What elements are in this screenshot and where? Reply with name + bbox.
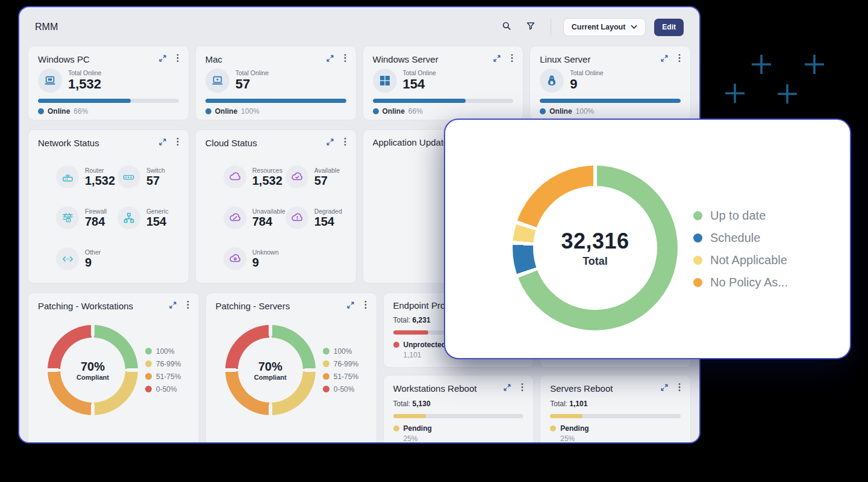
card-mac: Mac Total Online 57	[195, 46, 357, 120]
online-percent: 66%	[73, 107, 88, 116]
cloud-dot-icon	[223, 247, 246, 270]
network-item-label: Generic	[146, 208, 169, 215]
kebab-menu-icon[interactable]	[511, 54, 513, 65]
filter-icon	[526, 21, 535, 33]
filter-button[interactable]	[523, 19, 539, 35]
cloud-item-label: Resources	[252, 167, 283, 174]
total-value: 6,231	[413, 316, 431, 324]
pending-status: Pending	[393, 424, 524, 433]
compliance-legend: 100% 76-99% 51-75% 0-50%	[323, 347, 358, 394]
compliance-donut-area: 70% Compliant 100% 76-99% 51-75% 0-50%	[38, 325, 189, 415]
header-divider	[551, 19, 551, 36]
metric-value: 57	[236, 76, 269, 91]
card-head: Linux Server	[540, 54, 681, 65]
total-label: Total	[582, 255, 608, 268]
kebab-menu-icon[interactable]	[521, 383, 523, 394]
cloud-item-value: 154	[314, 215, 342, 229]
kebab-menu-icon[interactable]	[678, 54, 681, 65]
network-item-label: Router	[85, 167, 115, 174]
card-title: Patching - Servers	[216, 301, 346, 311]
switch-icon	[117, 165, 140, 188]
total-count: 32,316	[561, 229, 629, 254]
card-head: Windows PC	[38, 54, 179, 65]
search-button[interactable]	[499, 19, 514, 35]
plus-decoration	[724, 82, 746, 104]
network-item-label: Other	[85, 249, 101, 256]
compliance-label: Compliant	[76, 374, 109, 381]
kebab-menu-icon[interactable]	[176, 137, 179, 149]
pending-progress-bar	[550, 414, 681, 418]
cloud-item-text: Unknown 9	[252, 249, 279, 270]
layout-dropdown[interactable]: Current Layout	[563, 18, 646, 36]
card-servers-reboot: Servers Reboot Total: 1,101 Pending 25%	[540, 375, 691, 443]
expand-icon[interactable]	[503, 383, 511, 394]
metric-value: 9	[570, 76, 603, 91]
legend-item: 76-99%	[323, 360, 358, 368]
expand-icon[interactable]	[493, 54, 501, 65]
metric-text: Total Online 9	[570, 69, 603, 91]
kebab-menu-icon[interactable]	[187, 300, 189, 312]
header-controls: Current Layout Edit	[499, 18, 684, 36]
kebab-menu-icon[interactable]	[344, 137, 346, 149]
card-patching-workstations: Patching - Workstations 70% Compliant	[28, 292, 199, 443]
online-percent: 66%	[408, 107, 423, 116]
dashboard-header: RMM Current Layout Edit	[19, 7, 699, 42]
legend-item-schedule: Schedule	[693, 231, 788, 245]
network-item-label: Firewall	[85, 208, 107, 215]
network-item-firewall: Firewall 784	[56, 206, 117, 229]
card-head: Workstations Reboot	[393, 383, 524, 394]
cloud-item-available: Available 57	[286, 165, 346, 188]
mac-laptop-icon	[205, 69, 229, 93]
card-head: Patching - Workstations	[38, 300, 189, 312]
expand-icon[interactable]	[326, 54, 334, 65]
pending-status: Pending	[550, 424, 681, 433]
legend-item: 76-99%	[145, 360, 181, 368]
windows-logo-icon	[373, 69, 397, 93]
total-row: Total: 5,130	[393, 400, 524, 408]
network-item-value: 1,532	[85, 174, 115, 188]
kebab-menu-icon[interactable]	[364, 300, 367, 312]
cloud-item-unknown: Unknown 9	[223, 247, 286, 270]
expand-icon[interactable]	[326, 138, 334, 149]
card-actions	[346, 300, 367, 312]
pending-dot	[550, 425, 556, 431]
card-title: Workstations Reboot	[393, 383, 504, 394]
patch-status-legend: Up to date Schedule Not Applicable No Po…	[693, 209, 788, 289]
card-head: Cloud Status	[205, 137, 346, 149]
pending-percent: 25%	[404, 434, 524, 443]
expand-icon[interactable]	[169, 301, 177, 312]
cloud-item-value: 784	[252, 215, 286, 229]
cloud-item-label: Degraded	[314, 208, 342, 215]
desktop-background: { "colors": { "window_border": "#3f4cc2"…	[0, 0, 868, 482]
compliance-donut-chart: 70% Compliant	[225, 325, 316, 415]
cloud-item-value: 9	[252, 256, 279, 270]
network-item-generic: Generic 154	[117, 206, 179, 229]
online-percent: 100%	[576, 107, 595, 116]
cloud-item-value: 1,532	[252, 174, 283, 188]
pending-dot	[393, 425, 399, 431]
donut-center: 70% Compliant	[48, 325, 138, 415]
total-value: 5,130	[413, 400, 431, 408]
expand-icon[interactable]	[158, 54, 167, 65]
metric: Total Online 57	[205, 69, 346, 93]
compliance-percent: 70%	[81, 360, 105, 374]
card-title: Windows PC	[38, 54, 158, 64]
expand-icon[interactable]	[660, 54, 669, 65]
cloud-slash-icon	[223, 206, 246, 229]
expand-icon[interactable]	[660, 383, 669, 394]
online-dot	[38, 108, 44, 114]
router-icon	[56, 165, 79, 188]
kebab-menu-icon[interactable]	[344, 54, 346, 65]
row-device-status: Windows PC Total Online 1,532	[28, 46, 691, 120]
edit-button[interactable]: Edit	[654, 19, 684, 36]
expand-icon[interactable]	[346, 301, 355, 312]
card-head: Windows Server	[373, 54, 514, 65]
online-label: Online	[215, 107, 237, 116]
cloud-item-label: Unavailable	[252, 208, 286, 215]
metric-label: Total Online	[68, 69, 101, 76]
kebab-menu-icon[interactable]	[176, 54, 179, 65]
expand-icon[interactable]	[158, 138, 167, 149]
kebab-menu-icon[interactable]	[678, 383, 681, 394]
card-actions	[326, 137, 346, 149]
online-dot	[205, 108, 211, 114]
